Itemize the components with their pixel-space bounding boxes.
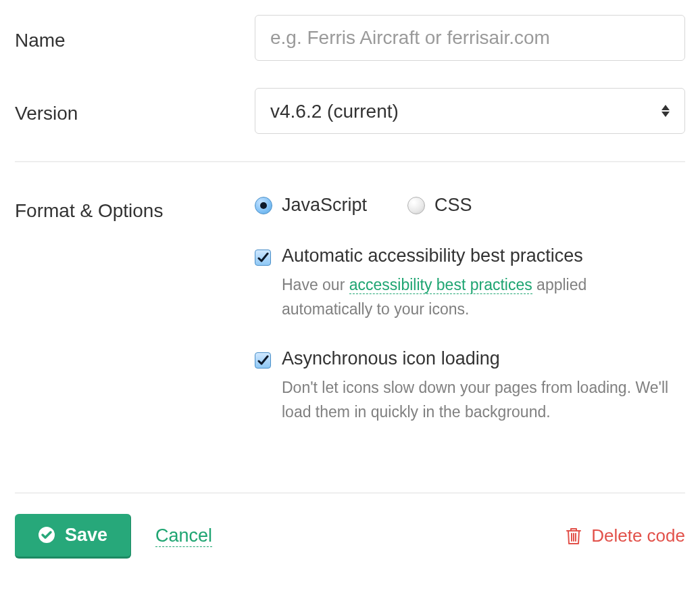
trash-icon: [566, 527, 582, 545]
accessibility-label: Automatic accessibility best practices: [282, 245, 583, 266]
cancel-link[interactable]: Cancel: [155, 525, 212, 547]
divider: [15, 492, 685, 494]
divider: [15, 161, 685, 162]
save-button[interactable]: Save: [15, 514, 131, 559]
accessibility-checkbox[interactable]: [255, 250, 271, 266]
radio-label-css: CSS: [434, 195, 472, 216]
name-label: Name: [15, 24, 255, 51]
accessibility-link[interactable]: accessibility best practices: [349, 276, 532, 294]
name-input[interactable]: [255, 15, 685, 61]
async-checkbox[interactable]: [255, 352, 271, 369]
delete-code-link[interactable]: Delete code: [566, 525, 685, 546]
check-icon: [257, 354, 269, 367]
radio-javascript[interactable]: JavaScript: [255, 195, 367, 216]
delete-code-label: Delete code: [591, 525, 685, 546]
radio-icon: [407, 197, 425, 214]
radio-icon: [255, 197, 272, 214]
check-circle-icon: [38, 526, 55, 544]
radio-label-js: JavaScript: [282, 195, 367, 216]
version-select[interactable]: v4.6.2 (current): [255, 88, 685, 134]
accessibility-description: Have our accessibility best practices ap…: [282, 273, 674, 321]
format-options-label: Format & Options: [15, 195, 255, 222]
async-label: Asynchronous icon loading: [282, 348, 500, 369]
check-icon: [257, 252, 269, 264]
version-label: Version: [15, 97, 255, 124]
radio-css[interactable]: CSS: [407, 195, 472, 216]
save-button-label: Save: [65, 525, 107, 546]
async-description: Don't let icons slow down your pages fro…: [282, 376, 674, 424]
